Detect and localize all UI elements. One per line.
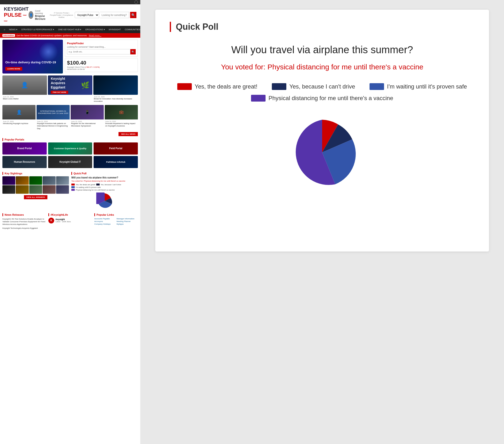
news-release-2[interactable]: Keysight Technologies Acquires Eggplant [2,227,46,230]
news-card-1[interactable]: 👤 June 24, 2020 Black Lives Matter [2,75,47,104]
news-card-7-date: June 19, 2020 [105,121,137,122]
peoplefinder-link[interactable]: PeopleFinder [50,14,61,16]
news-card-eggplant[interactable]: KeysightAcquiresEggplant FIND OUT MORE 🌿 [48,75,92,104]
peoplefinder-box: PeopleFinder Looking for someone? Start … [65,40,138,57]
legend-row-2: I'm waiting until it's proven safe [71,186,138,188]
side-widgets: PeopleFinder Looking for someone? Start … [65,40,138,73]
portal-pathwave[interactable]: PathWave InfoHub [94,156,138,168]
news-card-6-info: June 19, 2020 Register for the Internati… [71,120,104,128]
key-sightings-section: Key Sightings VIEW ALL WINNERS [2,172,69,211]
hero-banner[interactable]: On-time delivery during COVID-19 LEARN M… [2,40,63,73]
portal-cx[interactable]: Customer Experience & Quality [48,142,92,155]
peoplefinder-input[interactable] [67,49,130,54]
sighting-8[interactable] [29,185,42,194]
news-card-7-image: 💼 [105,105,138,120]
sighting-2[interactable] [16,176,29,185]
hero-area: On-time delivery during COVID-19 LEARN M… [2,40,138,73]
acronyms-link[interactable]: Acronyms [94,220,116,222]
user-area: 👤 Good morning Brianne McClure [29,10,48,20]
news-card-3[interactable]: June 24, 2020 Break for innovation: how … [93,75,138,104]
portal-brand[interactable]: Brand Portal [2,142,47,155]
nav-news[interactable]: NEWS ▾ [7,26,19,33]
left-panel: KEYSIGHT PULSE 〰〰 👤 Good morning Brianne… [0,0,140,444]
it-portal-link[interactable]: IT Service Portal [54,12,68,14]
sighting-6[interactable] [2,185,15,194]
news-release-1[interactable]: Keysight's 5G Test Solutions Enable Arca… [2,218,46,226]
news-card-1-info: June 24, 2020 Black Lives Matter [2,95,47,101]
find-out-button[interactable]: FIND OUT MORE [51,91,68,94]
legend-row-1: Yes, the deals are great! Yes, because I… [71,184,138,186]
news-card-3-date: June 24, 2020 [94,96,137,98]
news-releases-section: News Releases Keysight's 5G Test Solutio… [2,213,46,231]
search-button[interactable]: 🔍 [130,12,136,18]
news-card-7[interactable]: 💼 June 19, 2020 Innovate Anywhere's last… [105,105,138,131]
greeting-text: Good morning [35,10,48,15]
alert-link[interactable]: Read more... [89,34,101,37]
sighting-3[interactable] [29,176,42,185]
sighting-9[interactable] [43,185,55,194]
eggplant-title: KeysightAcquiresEggplant [51,76,68,90]
news-card-6-date: June 19, 2020 [71,121,103,122]
eggplant-text: KeysightAcquiresEggplant FIND OUT MORE [51,76,68,94]
user-name: Brianne McClure [35,15,48,20]
nav-myinsight[interactable]: MYINSIGHT [107,26,123,33]
company-holidays-link[interactable]: Company Holidays [94,223,116,225]
news-card-4[interactable]: 👤 June 23, 2020 Introducing Keysight myV… [2,105,36,131]
nav-organizations[interactable]: ORGANIZATIONS ▾ [83,26,107,33]
news-card-3-info: June 24, 2020 Break for innovation: how … [93,95,138,104]
logo-area: KEYSIGHT PULSE 〰〰 [4,6,29,24]
nav-strategy[interactable]: STRATEGY & PERFORMANCE ▾ [19,26,56,33]
news-card-4-date: June 23, 2020 [3,121,35,122]
search-scope-select[interactable]: Keysight Pulse [75,12,99,18]
news-releases-title: News Releases [2,213,46,216]
links-col-2: Manager Information Meeting Planner MyAp… [117,218,138,226]
peoplefinder-search-button[interactable]: 🔍 [130,49,136,54]
top-bar-search-icon [134,0,138,4]
stock-change: (+$2.27 / 2.31%) [85,66,100,68]
sighting-10[interactable] [56,185,69,194]
sighting-4[interactable] [43,176,55,185]
stock-date: 06/30/2020 10:58:00 [67,68,85,70]
news-card-5-date: June 22, 2020 [37,121,69,122]
news-card-6-title: Register for the International Microwave… [71,122,103,127]
poll-card: Quick Poll Will you travel via airplane … [155,10,489,251]
hashtag-life-title: #KeysightLife [48,213,92,216]
news-card-5[interactable]: INTERNATIONAL WOMEN IN ENGINEERING DAY 2… [36,105,70,131]
portal-field[interactable]: Field Portal [94,142,138,155]
sighting-1[interactable] [2,176,15,185]
news-grid-row1: 👤 June 24, 2020 Black Lives Matter Keysi… [2,75,138,104]
top-bar [0,0,140,4]
sighting-7[interactable] [16,185,29,194]
view-all-winners-button[interactable]: VIEW ALL WINNERS [24,195,48,199]
poll-question-mini: Will you travel via airplane this summer… [71,176,138,179]
popular-links-section: Popular Links Accounts Payable Acronyms … [94,213,138,231]
nav-home[interactable]: ⌂ [2,26,7,33]
legend-label-1: Yes, the deals are great! [76,184,95,186]
news-card-1-title: Black Lives Matter [3,98,46,100]
portal-hr[interactable]: Human Resources [2,156,47,168]
myapps-link[interactable]: MyApps [117,223,138,225]
legend-dark-box [96,184,100,185]
meeting-planner-link[interactable]: Meeting Planner [117,220,138,222]
legend-purple-box [71,189,75,191]
peoplefinder-title: PeopleFinder [67,42,136,45]
legend-item-large-1: Yes, the deals are great! [177,83,257,90]
legend-item-large-3: I'm waiting until it's proven safe [370,83,467,90]
sighting-5[interactable] [56,176,69,185]
search-input[interactable] [100,12,129,18]
portal-it[interactable]: Keysight Global IT [48,156,92,168]
accounts-payable-link[interactable]: Accounts Payable [94,218,116,220]
social-name: Keysight [56,218,71,221]
news-card-6[interactable]: 📱 June 19, 2020 Register for the Interna… [71,105,104,131]
hero-learn-more-button[interactable]: LEARN MORE [5,67,22,71]
legend-text-1: Yes, the deals are great! [195,83,257,90]
nav-one-keysight[interactable]: ONE KEYSIGHT HUB ▾ [56,26,83,33]
bottom-sections: News Releases Keysight's 5G Test Solutio… [2,213,138,231]
news-card-eggplant-banner: KeysightAcquiresEggplant FIND OUT MORE 🌿 [48,75,92,95]
portals-section-title: Popular Portals [2,138,138,141]
manager-info-link[interactable]: Manager Information [117,218,138,220]
pie-chart-large [286,116,359,189]
user-info: Good morning Brianne McClure [35,10,48,20]
legend-text-2: Yes, because I can't drive [289,83,355,90]
see-all-news-button[interactable]: SEE ALL NEWS [119,132,138,136]
